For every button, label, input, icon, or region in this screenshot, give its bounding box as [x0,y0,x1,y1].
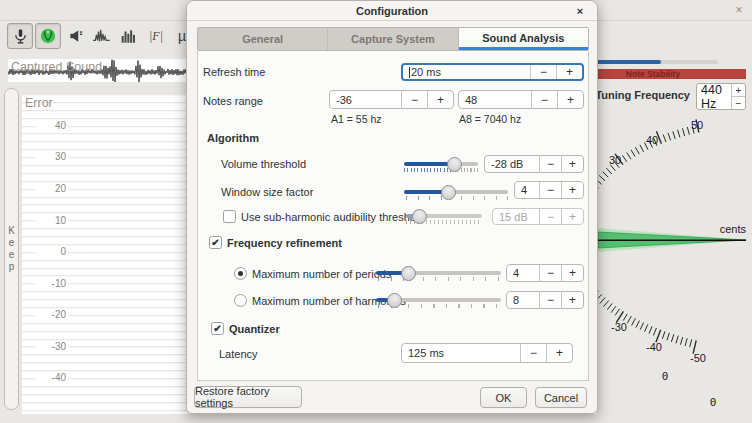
error-scale-tick: -20 [36,309,68,321]
algorithm-section-title: Algorithm [207,131,259,145]
captured-sound-title: Captured Sound [11,60,102,74]
volume-threshold-increase-button[interactable]: + [561,156,583,172]
error-scale-tick: 30 [36,151,68,163]
volume-threshold-spinbox[interactable]: -28 dB − + [484,155,584,173]
subharmonic-spinbox[interactable]: 15 dB − + [492,208,584,225]
error-scale-tick: 20 [36,183,68,195]
quantizer-checkbox[interactable]: ✔ [211,322,224,335]
gauge-label-minus30: -30 [611,321,627,333]
max-periods-value[interactable]: 4 [507,265,539,281]
refresh-time-label: Refresh time [203,65,265,79]
error-scale-tick: -10 [36,278,68,290]
waveform-view-button[interactable] [89,23,115,49]
cancel-button[interactable]: Cancel [535,387,587,408]
dialog-close-button[interactable]: × [573,4,587,18]
latency-increase-button[interactable]: + [546,344,572,362]
error-scale-tick: 40 [36,120,68,132]
gauge-label-minus40: -40 [646,341,662,353]
window-size-factor-value[interactable]: 4 [515,182,539,198]
max-periods-spinbox[interactable]: 4 − + [506,264,584,282]
subharmonic-slider-handle[interactable] [412,209,427,224]
latency-value[interactable]: 125 ms [402,344,520,362]
max-periods-slider-track[interactable] [376,271,501,275]
configuration-dialog: Configuration × General Capture System S… [186,0,598,414]
fourier-icon: |F| [149,29,163,44]
gauge-label-50: 50 [691,119,703,131]
refresh-time-spinbox[interactable]: 20 ms − + [401,63,584,81]
text-caret [409,67,410,78]
max-periods-slider-handle[interactable] [401,266,416,281]
max-periods-radio[interactable] [234,267,247,280]
notes-range-min-value[interactable]: -36 [330,91,401,108]
subharmonic-increase-button: + [561,209,583,224]
window-size-factor-increase-button[interactable]: + [561,182,583,198]
refresh-time-increase-button[interactable]: + [556,65,582,79]
refresh-time-decrease-button[interactable]: − [530,65,556,79]
max-periods-label: Maximum number of periods [252,267,391,281]
error-scale-tick: -30 [36,341,68,353]
dialog-tabbar: General Capture System Sound Analysis [197,27,589,51]
gauge-units-label: cents [720,223,747,235]
volume-threshold-decrease-button[interactable]: − [539,156,561,172]
max-harmonics-decrease-button[interactable]: − [539,292,561,308]
max-harmonics-slider-handle[interactable] [387,293,402,308]
gauge-label-40: 40 [646,134,658,146]
mute-speaker-icon [67,27,85,45]
frequency-refinement-label: Frequency refinement [227,236,342,250]
note-stability-label: Note Stability [626,69,680,79]
latency-decrease-button[interactable]: − [520,344,546,362]
keep-button[interactable]: Keep [4,88,19,410]
quantizer-label: Quantizer [229,322,280,336]
notes-range-min-spinbox[interactable]: -36 − + [329,90,454,109]
window-size-factor-slider-handle[interactable] [441,185,456,200]
tuner-toggle-button[interactable] [35,23,61,49]
refresh-time-value[interactable]: 20 ms [403,65,530,79]
microphone-toggle-button[interactable] [7,23,33,49]
max-periods-decrease-button[interactable]: − [539,265,561,281]
notes-range-max-spinbox[interactable]: 48 − + [458,90,584,109]
notes-range-max-increase-button[interactable]: + [557,91,583,108]
keep-button-label: Keep [6,225,17,273]
window-size-factor-decrease-button[interactable]: − [539,182,561,198]
gauge-label-minus50: -50 [690,352,706,364]
max-harmonics-value[interactable]: 8 [507,292,539,308]
octave-indicator: 0 [662,370,669,383]
error-panel-title: Error [25,96,53,110]
spectrum-view-button[interactable] [116,23,142,49]
volume-threshold-slider-track[interactable] [404,162,478,166]
window-size-factor-label: Window size factor [221,185,313,199]
notes-range-max-value[interactable]: 48 [459,91,531,108]
notes-range-max-hint: A8 = 7040 hz [459,113,521,125]
volume-threshold-value[interactable]: -28 dB [485,156,539,172]
tab-general[interactable]: General [198,28,328,50]
subharmonic-checkbox[interactable] [223,210,236,223]
tab-sound-analysis[interactable]: Sound Analysis [459,28,588,50]
app-window: × [0,0,752,423]
window-size-factor-slider-track[interactable] [404,190,508,194]
dialog-titlebar[interactable]: Configuration [187,1,597,21]
window-close-icon[interactable]: × [731,2,747,18]
max-harmonics-increase-button[interactable]: + [561,292,583,308]
max-periods-slider-ticks [410,277,501,281]
notes-range-label: Notes range [203,94,263,108]
frequency-refinement-checkbox[interactable]: ✔ [209,236,222,249]
volume-threshold-slider-handle[interactable] [447,157,462,172]
window-size-factor-spinbox[interactable]: 4 − + [514,181,584,199]
notes-range-max-decrease-button[interactable]: − [531,91,557,108]
subharmonic-decrease-button: − [539,209,561,224]
notes-range-min-increase-button[interactable]: + [427,91,453,108]
ok-button[interactable]: OK [480,387,527,408]
notes-range-min-decrease-button[interactable]: − [401,91,427,108]
mute-speaker-button[interactable] [63,23,89,49]
fourier-view-button[interactable]: |F| [143,23,169,49]
max-harmonics-spinbox[interactable]: 8 − + [506,291,584,309]
max-harmonics-radio[interactable] [234,294,247,307]
restore-factory-settings-button[interactable]: Restore factory settings [194,386,302,408]
error-scale-tick: -40 [36,372,68,384]
mu-icon: µ [178,28,186,44]
max-harmonics-slider-ticks [396,304,501,308]
latency-spinbox[interactable]: 125 ms − + [401,343,573,363]
tuning-fork-logo-icon [39,27,57,45]
tab-capture-system[interactable]: Capture System [328,28,458,50]
max-periods-increase-button[interactable]: + [561,265,583,281]
